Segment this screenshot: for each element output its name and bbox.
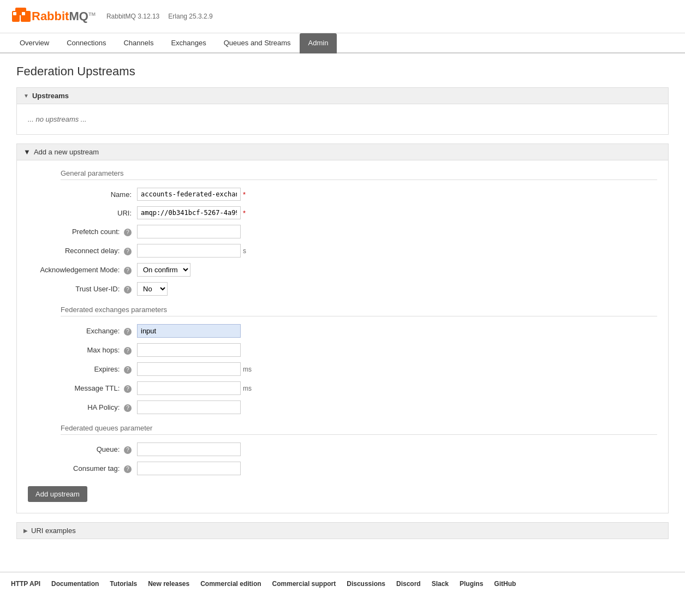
main-nav: Overview Connections Channels Exchanges … — [0, 33, 685, 53]
expires-row: Expires: ? ms — [28, 362, 657, 376]
uri-label: URI: — [28, 209, 137, 217]
nav-admin[interactable]: Admin — [300, 33, 337, 53]
uri-examples-expand-icon: ▶ — [23, 528, 28, 534]
ha-policy-help-icon[interactable]: ? — [124, 404, 132, 412]
queue-label: Queue: ? — [28, 445, 137, 454]
uri-examples-section-title: URI examples — [31, 527, 76, 535]
message-ttl-input[interactable] — [137, 381, 241, 395]
trust-userid-select[interactable]: No Yes — [137, 282, 168, 296]
upstreams-section: ▼ Upstreams ... no upstreams ... — [16, 87, 669, 135]
message-ttl-label: Message TTL: ? — [28, 384, 137, 393]
svg-rect-4 — [22, 12, 25, 15]
trust-userid-row: Trust User-ID: ? No Yes — [28, 282, 657, 296]
consumer-tag-row: Consumer tag: ? — [28, 462, 657, 475]
expires-label: Expires: ? — [28, 365, 137, 374]
upstreams-collapse-icon: ▼ — [23, 93, 29, 99]
consumer-tag-help-icon[interactable]: ? — [124, 465, 132, 473]
uri-row: URI: * — [28, 206, 657, 219]
logo-mq: MQ — [69, 9, 88, 23]
footer-new-releases[interactable]: New releases — [148, 580, 189, 588]
add-upstream-section: ▼ Add a new upstream General parameters … — [16, 143, 669, 513]
expires-input[interactable] — [137, 362, 241, 376]
logo-rabbit: Rabbit — [32, 9, 69, 23]
reconnect-delay-label: Reconnect delay: ? — [28, 247, 137, 255]
rabbitmq-version: RabbitMQ 3.12.13 — [106, 13, 159, 20]
queue-row: Queue: ? — [28, 442, 657, 456]
trust-userid-help-icon[interactable]: ? — [124, 286, 132, 294]
add-upstream-section-title: Add a new upstream — [34, 148, 99, 156]
page-title: Federation Upstreams — [16, 64, 669, 79]
footer: HTTP API Documentation Tutorials New rel… — [0, 572, 685, 595]
logo: RabbitMQTM — [11, 7, 96, 26]
name-label: Name: — [28, 190, 137, 199]
expires-help-icon[interactable]: ? — [124, 366, 132, 374]
reconnect-delay-input[interactable] — [137, 244, 241, 258]
queue-input[interactable] — [137, 442, 241, 456]
footer-http-api[interactable]: HTTP API — [11, 580, 40, 588]
reconnect-delay-row: Reconnect delay: ? s — [28, 244, 657, 258]
consumer-tag-label: Consumer tag: ? — [28, 464, 137, 473]
ack-mode-label: Acknowledgement Mode: ? — [28, 266, 137, 274]
ha-policy-row: HA Policy: ? — [28, 400, 657, 414]
queue-help-icon[interactable]: ? — [124, 446, 132, 454]
exchange-help-icon[interactable]: ? — [124, 328, 132, 336]
footer-slack[interactable]: Slack — [432, 580, 449, 588]
exchange-row: Exchange: ? — [28, 324, 657, 338]
uri-examples-section: ▶ URI examples — [16, 522, 669, 539]
exchange-input[interactable] — [137, 324, 241, 338]
general-params-title: General parameters — [61, 169, 657, 180]
ack-mode-row: Acknowledgement Mode: ? On confirm On pu… — [28, 263, 657, 277]
nav-overview[interactable]: Overview — [11, 33, 58, 53]
logo-icon — [11, 7, 32, 26]
version-info: RabbitMQ 3.12.13 Erlang 25.3.2.9 — [106, 13, 213, 20]
trust-userid-label: Trust User-ID: ? — [28, 285, 137, 294]
footer-tutorials[interactable]: Tutorials — [110, 580, 137, 588]
consumer-tag-input[interactable] — [137, 462, 241, 475]
uri-input[interactable] — [137, 206, 241, 219]
prefetch-count-help-icon[interactable]: ? — [124, 229, 132, 236]
nav-queues-streams[interactable]: Queues and Streams — [215, 33, 300, 53]
name-row: Name: * — [28, 188, 657, 201]
message-ttl-unit: ms — [243, 385, 252, 392]
footer-discord[interactable]: Discord — [396, 580, 421, 588]
nav-channels[interactable]: Channels — [115, 33, 162, 53]
footer-discussions[interactable]: Discussions — [347, 580, 385, 588]
prefetch-count-label: Prefetch count: ? — [28, 228, 137, 236]
add-upstream-collapse-icon: ▼ — [23, 148, 31, 156]
header: RabbitMQTM RabbitMQ 3.12.13 Erlang 25.3.… — [0, 0, 685, 33]
upstreams-section-header[interactable]: ▼ Upstreams — [16, 87, 669, 104]
upstreams-section-content: ... no upstreams ... — [16, 104, 669, 135]
no-upstreams-text: ... no upstreams ... — [28, 111, 657, 128]
message-ttl-help-icon[interactable]: ? — [124, 385, 132, 393]
name-input[interactable] — [137, 188, 241, 201]
main-content: Federation Upstreams ▼ Upstreams ... no … — [0, 53, 685, 550]
reconnect-delay-help-icon[interactable]: ? — [124, 248, 132, 255]
add-upstream-section-header[interactable]: ▼ Add a new upstream — [16, 143, 669, 160]
federated-exchange-params-title: Federated exchanges parameters — [61, 306, 657, 316]
footer-plugins[interactable]: Plugins — [460, 580, 483, 588]
footer-documentation[interactable]: Documentation — [51, 580, 99, 588]
ha-policy-label: HA Policy: ? — [28, 403, 137, 412]
message-ttl-row: Message TTL: ? ms — [28, 381, 657, 395]
nav-connections[interactable]: Connections — [58, 33, 115, 53]
svg-rect-3 — [13, 12, 16, 15]
ha-policy-input[interactable] — [137, 400, 241, 414]
max-hops-help-icon[interactable]: ? — [124, 347, 132, 355]
ack-mode-select[interactable]: On confirm On publish No ack — [137, 263, 190, 277]
name-required: * — [243, 190, 246, 199]
exchange-label: Exchange: ? — [28, 327, 137, 336]
ack-mode-help-icon[interactable]: ? — [124, 267, 132, 274]
prefetch-count-input[interactable] — [137, 225, 241, 238]
prefetch-count-row: Prefetch count: ? — [28, 225, 657, 238]
federated-queues-params-title: Federated queues parameter — [61, 424, 657, 435]
max-hops-input[interactable] — [137, 343, 241, 357]
nav-exchanges[interactable]: Exchanges — [162, 33, 215, 53]
max-hops-label: Max hops: ? — [28, 346, 137, 355]
reconnect-delay-unit: s — [243, 247, 246, 255]
footer-commercial-edition[interactable]: Commercial edition — [200, 580, 261, 588]
footer-github[interactable]: GitHub — [494, 580, 516, 588]
add-upstream-button[interactable]: Add upstream — [28, 486, 87, 502]
footer-commercial-support[interactable]: Commercial support — [272, 580, 336, 588]
uri-examples-section-header[interactable]: ▶ URI examples — [16, 522, 669, 539]
expires-unit: ms — [243, 366, 252, 373]
